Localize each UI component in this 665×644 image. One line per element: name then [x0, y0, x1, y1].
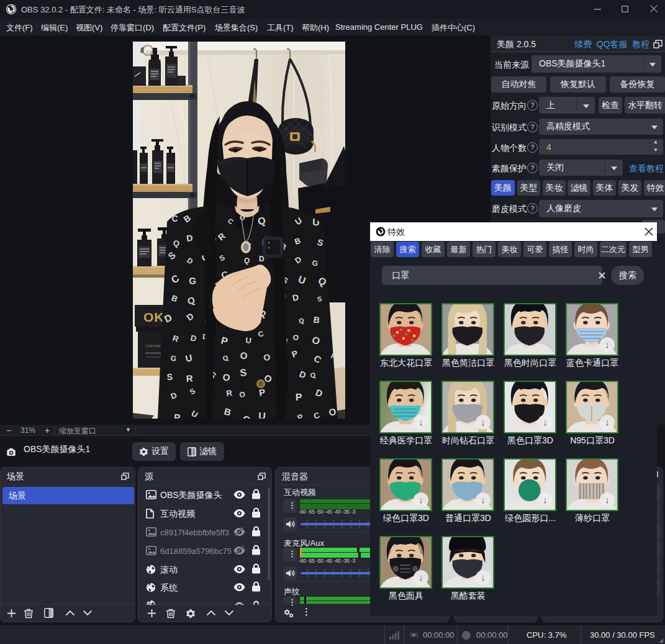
svg-text:S: S: [166, 372, 173, 382]
svg-text:G: G: [189, 275, 197, 286]
svg-text:R: R: [186, 373, 193, 384]
svg-text:U: U: [245, 335, 252, 345]
svg-text:O: O: [292, 333, 299, 342]
svg-text:U: U: [258, 410, 266, 419]
svg-text:CAFUNE: CAFUNE: [145, 344, 161, 348]
svg-text:O: O: [239, 390, 246, 399]
svg-text:OK: OK: [143, 310, 165, 324]
svg-text:O: O: [263, 352, 271, 363]
svg-text:Q: Q: [257, 215, 266, 227]
svg-text:S: S: [240, 367, 248, 378]
svg-text:P: P: [174, 412, 181, 419]
svg-text:P: P: [296, 392, 303, 402]
